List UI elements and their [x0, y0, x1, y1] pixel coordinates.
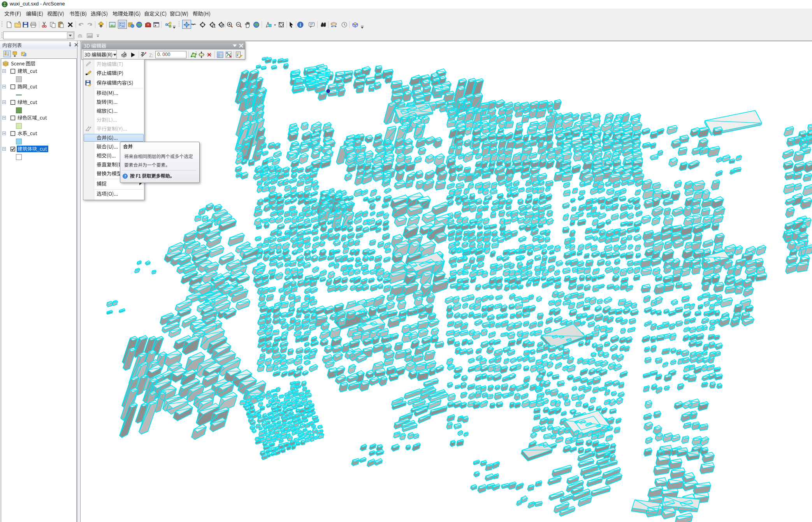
svg-text:?: ?: [124, 174, 126, 178]
